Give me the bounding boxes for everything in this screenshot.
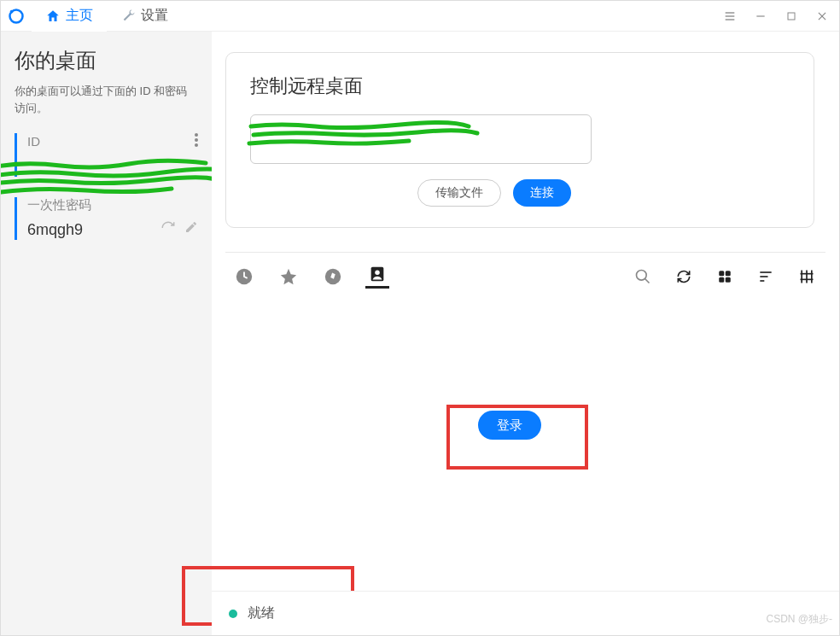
recent-icon[interactable]	[232, 265, 256, 289]
grid-icon[interactable]	[713, 265, 737, 289]
sort-icon[interactable]	[754, 265, 778, 289]
redaction-scribble-input	[247, 120, 486, 154]
watermark: CSDN @独步-	[766, 612, 832, 627]
control-card: 控制远程桌面 传输文件 连接	[225, 52, 814, 228]
addressbook-icon[interactable]	[365, 265, 389, 289]
tab-home-label: 主页	[66, 7, 93, 25]
app-logo	[1, 1, 32, 32]
svg-rect-17	[719, 271, 724, 276]
home-icon	[45, 9, 61, 24]
svg-rect-18	[726, 271, 731, 276]
svg-line-16	[645, 279, 650, 283]
transfer-file-button[interactable]: 传输文件	[417, 179, 501, 207]
svg-point-15	[637, 271, 647, 281]
connect-button[interactable]: 连接	[513, 179, 571, 207]
tab-settings[interactable]: 设置	[107, 1, 182, 32]
main-panel: 控制远程桌面 传输文件 连接	[212, 32, 839, 635]
star-icon[interactable]	[277, 265, 300, 289]
wrench-icon	[120, 9, 136, 24]
login-button[interactable]: 登录	[478, 411, 541, 440]
tab-settings-label: 设置	[141, 7, 168, 25]
tab-home[interactable]: 主页	[32, 1, 107, 32]
tags-icon[interactable]	[795, 265, 819, 289]
toolbar	[225, 265, 825, 289]
sidebar-title: 你的桌面	[15, 47, 198, 74]
sidebar: 你的桌面 你的桌面可以通过下面的 ID 和密码访问。 ID 一次性密码 6mqg…	[1, 32, 212, 635]
svg-rect-20	[726, 277, 731, 283]
login-area: 登录	[478, 411, 541, 440]
minimize-button[interactable]	[749, 4, 773, 28]
refresh-icon[interactable]	[672, 265, 696, 289]
more-icon[interactable]	[195, 133, 198, 149]
control-title: 控制远程桌面	[250, 73, 790, 99]
menu-icon[interactable]	[718, 4, 742, 28]
status-text: 就绪	[248, 604, 275, 622]
svg-point-10	[195, 143, 198, 147]
svg-point-14	[375, 270, 380, 275]
titlebar: 主页 设置	[1, 1, 839, 32]
window-controls	[718, 1, 834, 32]
status-bar: 就绪	[212, 591, 839, 635]
svg-point-8	[195, 133, 198, 137]
sidebar-desc: 你的桌面可以通过下面的 ID 和密码访问。	[15, 83, 198, 116]
svg-rect-5	[788, 13, 795, 20]
button-row: 传输文件 连接	[250, 179, 790, 207]
compass-icon[interactable]	[321, 265, 345, 289]
close-button[interactable]	[810, 4, 834, 28]
divider	[225, 252, 825, 253]
refresh-pw-icon[interactable]	[160, 220, 176, 240]
search-icon[interactable]	[631, 265, 655, 289]
svg-rect-19	[719, 277, 724, 283]
status-dot-icon	[229, 610, 237, 618]
svg-point-9	[195, 138, 198, 142]
maximize-button[interactable]	[779, 4, 803, 28]
edit-pw-icon[interactable]	[184, 220, 198, 240]
content: 你的桌面 你的桌面可以通过下面的 ID 和密码访问。 ID 一次性密码 6mqg…	[1, 32, 839, 635]
pw-value: 6mqgh9	[27, 221, 83, 239]
id-label: ID	[27, 134, 40, 149]
